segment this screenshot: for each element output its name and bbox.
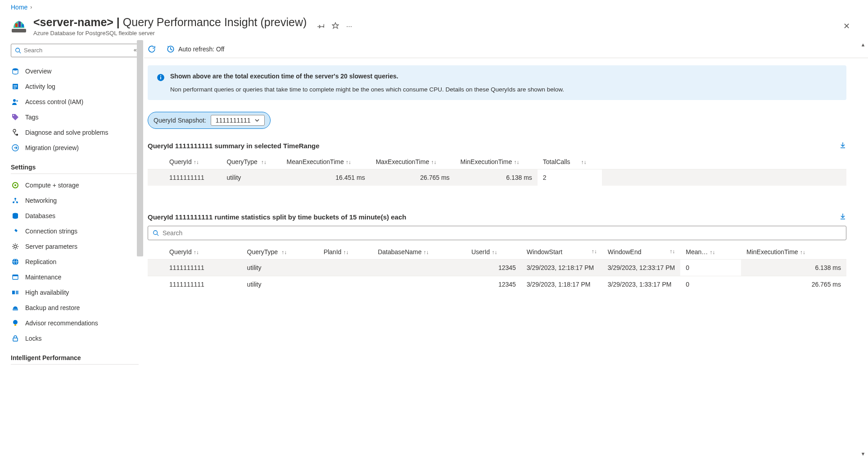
snapshot-dropdown[interactable]: 1111111111 bbox=[211, 115, 265, 126]
sidebar-item-label: Compute + storage bbox=[25, 182, 79, 189]
col-mean[interactable]: MeanExecutionTime↑↓ bbox=[281, 155, 371, 169]
sidebar-item-access-control[interactable]: Access control (IAM) bbox=[11, 94, 140, 110]
sidebar-item-label: Tags bbox=[25, 114, 39, 121]
svg-point-39 bbox=[154, 230, 158, 234]
download-runtime-icon[interactable] bbox=[839, 213, 846, 221]
diagnose-icon bbox=[11, 128, 20, 137]
col-winend[interactable]: WindowEnd↑↓ bbox=[602, 245, 680, 260]
svg-point-6 bbox=[13, 68, 18, 70]
runtime-search[interactable] bbox=[148, 226, 846, 240]
sidebar-item-databases[interactable]: Databases bbox=[11, 208, 140, 224]
cell-queryid: 1111111111 bbox=[148, 259, 242, 276]
table-row[interactable]: 1111111111 utility 16.451 ms 26.765 ms 6… bbox=[148, 169, 846, 186]
main: Auto refresh: Off Shown above are the to… bbox=[144, 40, 868, 458]
col-querytype[interactable]: QueryType ↑↓ bbox=[221, 155, 281, 169]
col-planid[interactable]: PlanId↑↓ bbox=[318, 245, 373, 260]
close-button[interactable]: ✕ bbox=[843, 21, 857, 31]
col-min[interactable]: MinExecutionTime↑↓ bbox=[741, 245, 846, 260]
summary-table-header: QueryId↑↓ QueryType ↑↓ MeanExecutionTime… bbox=[148, 155, 846, 169]
table-row[interactable]: 1111111111utility123453/29/2023, 1:18:17… bbox=[148, 276, 846, 292]
scroll-down-icon[interactable]: ▼ bbox=[859, 450, 867, 458]
svg-rect-30 bbox=[16, 291, 18, 294]
cell-winend: 3/29/2023, 1:33:17 PM bbox=[602, 276, 680, 292]
sidebar-item-label: Advisor recommendations bbox=[25, 320, 98, 327]
cell-dbname bbox=[372, 259, 466, 276]
cell-querytype: utility bbox=[221, 169, 281, 186]
sidebar-item-label: Maintenance bbox=[25, 274, 61, 281]
pin-icon[interactable] bbox=[317, 22, 325, 31]
col-mean[interactable]: Mean…↑↓ bbox=[680, 245, 741, 260]
sidebar-nav: Overview Activity log Access control (IA… bbox=[11, 64, 140, 365]
svg-rect-1 bbox=[15, 23, 18, 27]
favorite-icon[interactable] bbox=[332, 22, 339, 31]
auto-refresh-label: Auto refresh: Off bbox=[178, 46, 224, 53]
download-summary-icon[interactable] bbox=[839, 141, 846, 150]
refresh-button[interactable] bbox=[148, 45, 156, 53]
page-header: <server-name> | Query Performance Insigh… bbox=[0, 14, 868, 40]
main-scrollbar[interactable]: ▲ ▼ bbox=[859, 41, 867, 458]
cell-min: 6.138 ms bbox=[741, 259, 846, 276]
sidebar-item-diagnose[interactable]: Diagnose and solve problems bbox=[11, 125, 140, 140]
svg-point-38 bbox=[160, 75, 161, 76]
svg-rect-34 bbox=[13, 338, 18, 341]
svg-point-23 bbox=[14, 245, 17, 248]
col-userid[interactable]: UserId↑↓ bbox=[466, 245, 521, 260]
runtime-search-input[interactable] bbox=[163, 229, 841, 237]
access-control-icon bbox=[11, 97, 20, 106]
sidebar-item-backup-restore[interactable]: Backup and restore bbox=[11, 300, 140, 315]
cell-min: 6.138 ms bbox=[455, 169, 538, 186]
sidebar-item-advisor[interactable]: Advisor recommendations bbox=[11, 315, 140, 331]
sidebar-search-input[interactable] bbox=[24, 47, 135, 54]
col-queryid[interactable]: QueryId↑↓ bbox=[148, 245, 242, 260]
banner-title: Shown above are the total execution time… bbox=[170, 73, 564, 80]
sidebar-item-overview[interactable]: Overview bbox=[11, 64, 140, 79]
sidebar-item-label: Migration (preview) bbox=[25, 144, 79, 151]
sidebar-scrollbar[interactable] bbox=[136, 40, 144, 458]
svg-rect-33 bbox=[14, 324, 16, 326]
sidebar-divider bbox=[11, 173, 139, 174]
sidebar-item-compute-storage[interactable]: Compute + storage bbox=[11, 178, 140, 193]
sidebar-item-activity-log[interactable]: Activity log bbox=[11, 79, 140, 94]
cell-max: 26.765 ms bbox=[371, 169, 455, 186]
sidebar-item-networking[interactable]: Networking bbox=[11, 193, 140, 208]
col-max[interactable]: MaxExecutionTime↑↓ bbox=[371, 155, 455, 169]
cell-querytype: utility bbox=[242, 276, 318, 292]
sidebar-item-high-availability[interactable]: High availability bbox=[11, 285, 140, 300]
sidebar-item-label: Diagnose and solve problems bbox=[25, 129, 108, 136]
col-querytype[interactable]: QueryType ↑↓ bbox=[242, 245, 318, 260]
sidebar-item-migration[interactable]: Migration (preview) bbox=[11, 140, 140, 155]
svg-point-15 bbox=[17, 134, 18, 135]
col-total[interactable]: TotalCalls ↑↓ bbox=[538, 155, 602, 169]
migration-icon bbox=[11, 143, 20, 152]
banner-subtitle: Non performant queries or queries that t… bbox=[170, 86, 564, 93]
sidebar-item-tags[interactable]: Tags bbox=[11, 110, 140, 125]
search-icon bbox=[153, 230, 159, 236]
table-row[interactable]: 1111111111utility123453/29/2023, 12:18:1… bbox=[148, 259, 846, 276]
page-name: Query Performance Insight (preview) bbox=[123, 16, 307, 28]
more-icon[interactable]: ⋯ bbox=[346, 23, 352, 30]
sidebar-item-maintenance[interactable]: Maintenance bbox=[11, 269, 140, 285]
connection-strings-icon bbox=[11, 227, 20, 236]
sidebar-item-label: Backup and restore bbox=[25, 304, 80, 311]
summary-table: QueryId↑↓ QueryType ↑↓ MeanExecutionTime… bbox=[148, 155, 846, 186]
svg-rect-3 bbox=[22, 24, 24, 27]
scroll-up-icon[interactable]: ▲ bbox=[859, 41, 867, 49]
col-dbname[interactable]: DatabaseName↑↓ bbox=[372, 245, 466, 260]
sidebar-item-replication[interactable]: Replication bbox=[11, 254, 140, 269]
col-winstart[interactable]: WindowStart↑↓ bbox=[521, 245, 602, 260]
sidebar-item-locks[interactable]: Locks bbox=[11, 331, 140, 346]
title-separator: | bbox=[113, 16, 123, 28]
sidebar-item-server-parameters[interactable]: Server parameters bbox=[11, 239, 140, 254]
breadcrumb-home[interactable]: Home bbox=[11, 4, 27, 11]
svg-rect-29 bbox=[12, 291, 15, 294]
auto-refresh-button[interactable]: Auto refresh: Off bbox=[167, 45, 224, 53]
info-icon bbox=[157, 73, 165, 93]
gear-icon bbox=[11, 242, 20, 251]
col-queryid[interactable]: QueryId↑↓ bbox=[148, 155, 221, 169]
cell-planid bbox=[318, 259, 373, 276]
sidebar-search[interactable] bbox=[11, 44, 139, 57]
col-min[interactable]: MinExecutionTime↑↓ bbox=[455, 155, 538, 169]
lock-icon bbox=[11, 334, 20, 343]
sidebar-item-connection-strings[interactable]: Connection strings bbox=[11, 224, 140, 239]
snapshot-label: QueryId Snapshot: bbox=[154, 117, 206, 124]
